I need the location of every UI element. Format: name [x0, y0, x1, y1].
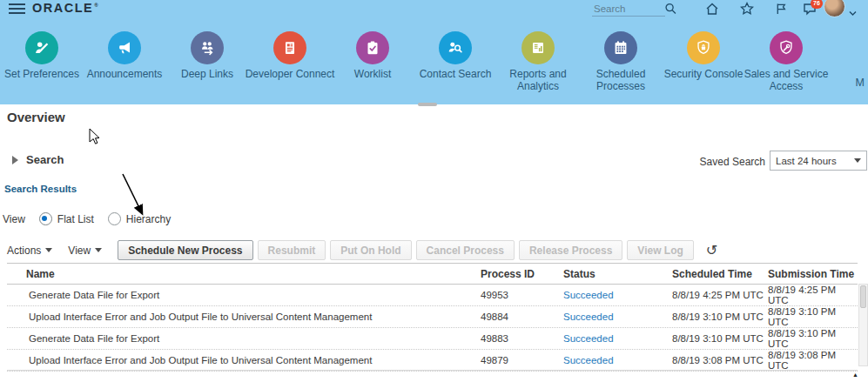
- view-label: View: [3, 213, 25, 225]
- table-row[interactable]: Upload Interface Error and Job Output Fi…: [7, 306, 858, 328]
- release-process-button[interactable]: Release Process: [519, 240, 622, 260]
- scroll-up-arrow-icon[interactable]: ▲: [852, 372, 858, 378]
- springboard: Set Preferences Announcements: [0, 17, 868, 104]
- radio-hierarchy[interactable]: [108, 212, 121, 225]
- cell-process-id: 49953: [481, 290, 563, 300]
- schedule-new-process-button[interactable]: Schedule New Process: [118, 240, 252, 260]
- status-link[interactable]: Succeeded: [563, 355, 672, 365]
- app-label: Announcements: [77, 69, 172, 81]
- status-link[interactable]: Succeeded: [563, 290, 672, 300]
- status-link[interactable]: Succeeded: [563, 333, 672, 344]
- radio-hierarchy-label: Hierarchy: [126, 213, 171, 225]
- mouse-cursor: [89, 128, 101, 145]
- app-label: Worklist: [325, 69, 421, 81]
- table-row[interactable]: Upload Interface Error and Job Output Fi…: [7, 350, 858, 372]
- table-header-row: Name Process ID Status Scheduled Time Su…: [7, 263, 858, 285]
- cancel-process-button[interactable]: Cancel Process: [416, 240, 515, 260]
- view-log-button[interactable]: View Log: [627, 240, 693, 260]
- app-label: Security Console: [656, 69, 751, 81]
- cell-process-id: 49884: [481, 312, 563, 322]
- brand-text: ORACLE: [32, 1, 93, 15]
- cell-submission-time: 8/8/19 3:10 PM UTC: [768, 306, 858, 327]
- home-icon[interactable]: [705, 2, 719, 19]
- table-row[interactable]: Generate Data File for Export 49883 Succ…: [7, 328, 858, 350]
- column-header-name[interactable]: Name: [7, 268, 481, 280]
- view-menu[interactable]: View: [68, 245, 102, 257]
- star-icon[interactable]: [740, 2, 754, 19]
- saved-search-select[interactable]: Last 24 hours: [770, 151, 867, 171]
- column-header-submission-time[interactable]: Submission Time: [768, 268, 858, 280]
- radio-flat-list[interactable]: [39, 212, 52, 225]
- app-item-deep-links[interactable]: Deep Links: [165, 17, 248, 104]
- app-item-developer-connect[interactable]: Developer Connect: [248, 17, 331, 104]
- radio-flat-list-label: Flat List: [57, 213, 94, 225]
- status-link[interactable]: Succeeded: [563, 312, 672, 322]
- app-item-announcements[interactable]: Announcements: [83, 17, 165, 104]
- cell-name: Upload Interface Error and Job Output Fi…: [7, 312, 481, 322]
- calendar-icon: [604, 31, 637, 64]
- cell-process-id: 49879: [481, 355, 563, 365]
- app-item-set-preferences[interactable]: Set Preferences: [0, 17, 83, 104]
- search-section-toggle[interactable]: Search: [12, 153, 64, 166]
- resubmit-button[interactable]: Resubmit: [258, 240, 326, 260]
- dropdown-caret-icon: [854, 158, 861, 163]
- table-row[interactable]: Generate Data File for Export 49953 Succ…: [7, 285, 858, 306]
- global-search-input[interactable]: [592, 1, 665, 17]
- cell-scheduled-time: 8/8/19 3:08 PM UTC: [672, 355, 768, 365]
- column-header-status[interactable]: Status: [563, 268, 672, 280]
- cell-scheduled-time: 8/8/19 3:10 PM UTC: [672, 333, 768, 344]
- search-icon[interactable]: [664, 2, 677, 19]
- cell-name: Generate Data File for Export: [7, 333, 481, 344]
- person-edit-icon: [25, 31, 58, 64]
- app-item-worklist[interactable]: Worklist: [331, 17, 414, 104]
- app-item-reports-analytics[interactable]: Reports and Analytics: [496, 17, 579, 104]
- app-item-sales-service-access[interactable]: Sales and Service Access: [744, 17, 827, 104]
- scrollbar-thumb[interactable]: [860, 285, 866, 308]
- app-label-overflow[interactable]: M: [856, 77, 865, 89]
- cell-name: Upload Interface Error and Job Output Fi…: [7, 355, 481, 365]
- top-toolbar: ORACLE® 76: [0, 0, 868, 19]
- people-arrow-icon: [191, 31, 224, 64]
- cell-submission-time: 8/8/19 3:08 PM UTC: [768, 350, 858, 371]
- app-label: Contact Search: [407, 69, 503, 81]
- table-toolbar: Actions View Schedule New Process Resubm…: [7, 239, 861, 261]
- notification-badge: 76: [811, 0, 823, 9]
- avatar[interactable]: [824, 0, 845, 17]
- search-results-heading: Search Results: [4, 184, 77, 194]
- vertical-scrollbar[interactable]: [858, 284, 868, 366]
- cell-submission-time: 8/8/19 4:25 PM UTC: [768, 285, 858, 305]
- application-window: ORACLE® 76: [0, 0, 868, 382]
- global-header: ORACLE® 76: [0, 0, 868, 104]
- chat-icon[interactable]: 76: [803, 2, 817, 19]
- page-title: Overview: [7, 110, 65, 124]
- actions-menu[interactable]: Actions: [7, 245, 52, 257]
- document-icon: [273, 31, 306, 64]
- column-header-scheduled-time[interactable]: Scheduled Time: [672, 268, 768, 280]
- flag-icon[interactable]: [775, 2, 788, 19]
- hamburger-icon[interactable]: [9, 3, 25, 15]
- cell-process-id: 49883: [481, 333, 563, 344]
- megaphone-icon: [108, 31, 141, 64]
- refresh-icon[interactable]: ↺: [706, 244, 717, 258]
- shield-wrench-icon: [770, 31, 803, 64]
- oracle-logo: ORACLE®: [32, 1, 99, 15]
- app-item-security-console[interactable]: Security Console: [662, 17, 744, 104]
- column-header-process-id[interactable]: Process ID: [481, 268, 563, 280]
- put-on-hold-button[interactable]: Put On Hold: [330, 240, 411, 260]
- app-item-contact-search[interactable]: Contact Search: [414, 17, 496, 104]
- view-selector: View Flat List Hierarchy: [3, 212, 185, 225]
- app-label: Sales and Service Access: [738, 69, 834, 93]
- table-bottom-border: [7, 370, 858, 371]
- panel-resize-handle[interactable]: [418, 103, 437, 106]
- processes-table: Name Process ID Status Scheduled Time Su…: [7, 263, 858, 372]
- report-chart-icon: [521, 31, 555, 64]
- search-section-label: Search: [26, 153, 64, 166]
- app-label: Reports and Analytics: [490, 69, 586, 93]
- saved-search-value: Last 24 hours: [770, 156, 854, 166]
- cell-submission-time: 8/8/19 3:10 PM UTC: [768, 328, 858, 349]
- cell-name: Generate Data File for Export: [7, 290, 481, 300]
- app-label: Deep Links: [159, 69, 255, 81]
- app-item-scheduled-processes[interactable]: Scheduled Processes: [579, 17, 662, 104]
- actions-menu-label: Actions: [7, 245, 41, 257]
- expand-triangle-icon: [12, 156, 18, 164]
